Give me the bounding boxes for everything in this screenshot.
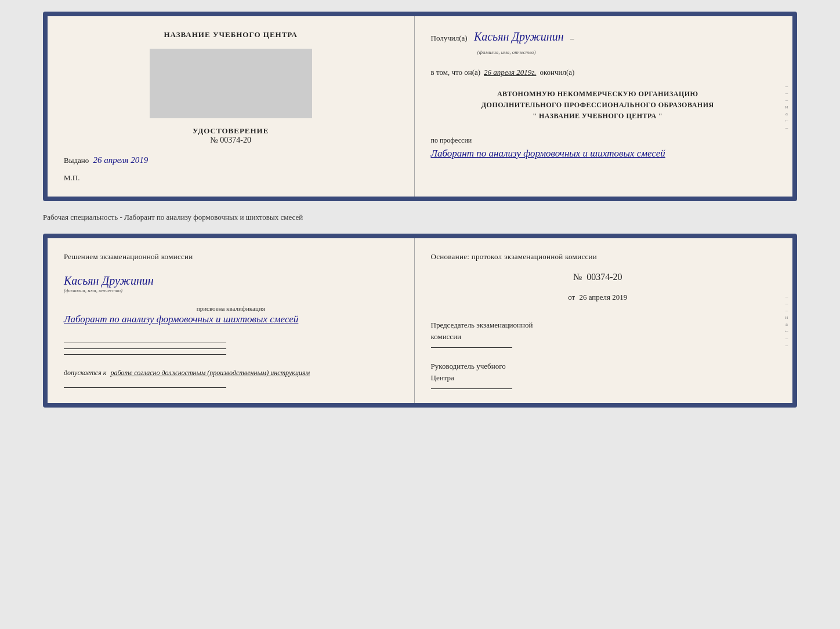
ot-prefix: от [568,293,575,301]
vtom-prefix: в том, что он(а) [431,68,481,77]
okonchil-label: окончил(а) [540,68,574,77]
top-center-title: НАЗВАНИЕ УЧЕБНОГО ЦЕНТРА [164,30,298,39]
sig-line-1 [64,342,226,343]
prisvoena-label: присвоена квалификация [64,305,398,312]
fio-label-top: (фамилия, имя, отчество) [477,49,536,55]
top-left-panel: НАЗВАНИЕ УЧЕБНОГО ЦЕНТРА УДОСТОВЕРЕНИЕ №… [48,16,415,197]
b-edge-char-arr: ← [784,328,790,334]
b-edge-char-3: – [785,307,788,313]
edge-char-4: – [785,125,788,130]
profession-handwritten: Лаборант по анализу формовочных и шихтов… [431,146,765,161]
edge-char-3: – [785,97,788,103]
bottom-fio-label: (фамилия, имя, отчество) [64,288,398,293]
right-edge-sidebar: – – – и а ← – [781,16,792,197]
dopuskaetsya-block: допускается к работе согласно должностны… [64,369,398,377]
sig-line-dopusk [64,387,226,388]
bottom-name-handwritten: Касьян Дружинин [64,274,398,288]
po-professii-label: по профессии [431,136,765,145]
resheniem-text: Решением экзаменационной комиссии [64,252,398,261]
separator-text: Рабочая специальность - Лаборант по анал… [43,210,797,224]
osnovanie-title: Основание: протокол экзаменационной коми… [431,252,765,261]
predsedatel-block: Председатель экзаменационной комиссии [431,319,765,348]
bottom-left-panel: Решением экзаменационной комиссии Касьян… [48,238,415,403]
bottom-right-panel: Основание: протокол экзаменационной коми… [415,238,781,403]
bottom-right-edge-sidebar: – – – и а ← – – [781,238,792,403]
rukovoditel-block: Руководитель учебного Центра [431,361,765,389]
protocol-num-value: 00374-20 [586,272,622,282]
predsedatel-line2: комиссии [431,331,765,343]
edge-char-и: и [785,104,788,110]
udostoverenie-block: УДОСТОВЕРЕНИЕ № 00374-20 [193,126,269,145]
b-edge-char-и: и [785,314,788,320]
poluchil-line: Получил(а) Касьян Дружинин – [431,30,765,43]
sig-line-3 [64,354,226,355]
edge-char-2: – [785,90,788,96]
vydano-date: 26 апреля 2019 [93,155,149,165]
rukovoditel-sign-line [431,388,512,389]
b-edge-char-4: – [785,335,788,341]
qualification-handwritten: Лаборант по анализу формовочных и шихтов… [64,312,398,327]
vydano-line: Выдано 26 апреля 2019 [64,155,148,165]
dopusk-text: работе согласно должностным (производств… [110,369,310,377]
udostoverenie-title: УДОСТОВЕРЕНИЕ [193,126,269,136]
rukovoditel-line1: Руководитель учебного [431,361,765,372]
edge-char-arr: ← [784,118,790,123]
b-edge-char-1: – [785,293,788,299]
top-right-panel: Получил(а) Касьян Дружинин – (фамилия, и… [415,16,781,197]
b-edge-char-5: – [785,342,788,348]
b-edge-char-а: а [785,321,788,327]
org-line3: " НАЗВАНИЕ УЧЕБНОГО ЦЕНТРА " [431,111,765,122]
mp-line: М.П. [64,173,79,183]
udostoverenie-number: № 00374-20 [193,136,269,145]
poluchil-label: Получил(а) [431,34,468,42]
vtom-date: 26 апреля 2019г. [484,68,536,77]
recipient-name: Касьян Дружинин [474,30,564,43]
predsedatel-line1: Председатель экзаменационной [431,319,765,331]
vydano-label: Выдано [64,156,89,165]
rukovoditel-line2: Центра [431,372,765,384]
cert-image-placeholder [150,49,312,118]
b-edge-char-2: – [785,300,788,306]
vtom-line: в том, что он(а) 26 апреля 2019г. окончи… [431,68,765,77]
sig-line-2 [64,348,226,349]
dopuskaetsya-label: допускается к [64,369,106,377]
ot-line: от 26 апреля 2019 [431,293,765,302]
top-document: НАЗВАНИЕ УЧЕБНОГО ЦЕНТРА УДОСТОВЕРЕНИЕ №… [43,12,797,201]
bottom-document: Решением экзаменационной комиссии Касьян… [43,234,797,408]
edge-char-1: – [785,83,788,89]
org-block: АВТОНОМНУЮ НЕКОММЕРЧЕСКУЮ ОРГАНИЗАЦИЮ ДО… [431,89,765,122]
org-line1: АВТОНОМНУЮ НЕКОММЕРЧЕСКУЮ ОРГАНИЗАЦИЮ [431,89,765,100]
predsedatel-sign-line [431,347,512,348]
org-line2: ДОПОЛНИТЕЛЬНОГО ПРОФЕССИОНАЛЬНОГО ОБРАЗО… [431,100,765,111]
edge-char-а: а [785,111,788,117]
protocol-number: № 00374-20 [431,272,765,282]
ot-date: 26 апреля 2019 [579,293,627,301]
number-prefix: № [573,272,582,282]
